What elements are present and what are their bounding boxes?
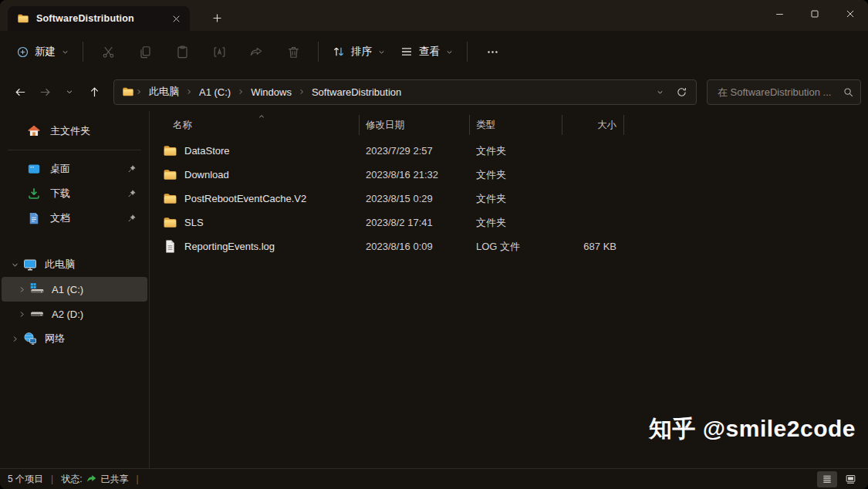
status-separator: |: [136, 474, 138, 484]
maximize-button[interactable]: [797, 0, 833, 28]
sort-icon: [332, 45, 346, 59]
chevron-down-icon: [445, 48, 454, 56]
file-row-reportingevents-log[interactable]: ReportingEvents.log 2023/8/16 0:09 LOG 文…: [150, 234, 868, 258]
close-button[interactable]: [833, 0, 868, 28]
recent-locations-button[interactable]: [58, 80, 81, 103]
drive-windows-icon: [30, 282, 44, 296]
back-button[interactable]: [8, 80, 32, 103]
forward-button[interactable]: [33, 80, 56, 103]
file-explorer-window: SoftwareDistribution 新建: [0, 0, 868, 489]
breadcrumb-this-pc[interactable]: 此电脑: [144, 83, 184, 101]
item-count: 5 个项目: [8, 473, 43, 486]
file-name: ReportingEvents.log: [184, 241, 275, 252]
sidebar-item-drive-d[interactable]: A2 (D:): [2, 302, 147, 326]
breadcrumb-softwaredistribution[interactable]: SoftwareDistribution: [306, 84, 407, 100]
paste-button[interactable]: [167, 39, 198, 65]
file-row-postrebooteventcache[interactable]: PostRebootEventCache.V2 2023/8/15 0:29 文…: [150, 187, 868, 211]
breadcrumb-chevron-icon[interactable]: [134, 88, 144, 96]
file-row-sls[interactable]: SLS 2023/8/2 17:41 文件夹: [150, 211, 868, 234]
chevron-collapsed-icon[interactable]: [15, 310, 28, 319]
column-header-type[interactable]: 类型: [470, 111, 562, 139]
column-header-name[interactable]: 名称: [150, 111, 360, 139]
view-button[interactable]: 查看: [393, 39, 461, 65]
sidebar-item-home[interactable]: 主文件夹: [2, 119, 147, 143]
window-controls: [762, 0, 868, 31]
sidebar-item-drive-c[interactable]: A1 (C:): [2, 277, 147, 302]
address-bar[interactable]: 此电脑 A1 (C:) Windows SoftwareDistribution: [113, 79, 697, 105]
new-tab-button[interactable]: [205, 6, 228, 29]
explorer-tab[interactable]: SoftwareDistribution: [8, 6, 190, 31]
new-button[interactable]: 新建: [9, 39, 76, 65]
this-pc-icon: [23, 258, 37, 271]
more-options-button[interactable]: [477, 39, 508, 65]
sidebar-item-network[interactable]: 网络: [2, 326, 147, 351]
breadcrumb-chevron-icon[interactable]: [297, 88, 306, 96]
search-icon[interactable]: [843, 86, 854, 98]
file-date: 2023/8/15 0:29: [360, 193, 470, 204]
chevron-collapsed-icon[interactable]: [8, 335, 21, 343]
search-box: [707, 79, 861, 105]
view-toggles: [817, 471, 860, 487]
address-dropdown-button[interactable]: [650, 82, 670, 102]
file-size: 687 KB: [562, 241, 624, 252]
shared-icon: [86, 474, 97, 484]
sidebar-spacer: [0, 231, 149, 252]
folder-icon: [163, 215, 177, 230]
column-header-date-modified[interactable]: 修改日期: [360, 111, 470, 139]
plus-circle-icon: [16, 46, 29, 59]
sidebar-item-desktop[interactable]: 桌面: [2, 157, 147, 181]
tab-close-button[interactable]: [167, 9, 185, 28]
file-name: DataStore: [184, 145, 230, 157]
log-file-icon: [163, 239, 177, 254]
network-icon: [23, 332, 37, 346]
main-area: 主文件夹 桌面 下载: [0, 111, 868, 468]
downloads-icon: [27, 187, 41, 201]
navigation-pane: 主文件夹 桌面 下载: [0, 111, 150, 468]
file-type: 文件夹: [470, 216, 562, 230]
file-name: Download: [184, 169, 229, 180]
cut-button[interactable]: [93, 39, 123, 65]
details-view-button[interactable]: [817, 471, 837, 487]
rename-button[interactable]: [204, 39, 235, 65]
breadcrumb-chevron-icon[interactable]: [184, 88, 194, 96]
breadcrumb-chevron-icon[interactable]: [236, 88, 245, 96]
file-row-download[interactable]: Download 2023/8/16 21:32 文件夹: [150, 163, 868, 187]
file-list-area: 名称 修改日期 类型 大小 DataStore 2023/7/29 2:57 文…: [150, 111, 868, 468]
sidebar-item-documents[interactable]: 文档: [2, 206, 147, 231]
file-name: SLS: [184, 217, 204, 228]
shared-status: 已共享: [100, 473, 128, 486]
search-input[interactable]: [716, 86, 843, 99]
sidebar-divider: [8, 150, 141, 150]
file-type: 文件夹: [470, 192, 562, 206]
minimize-button[interactable]: [762, 0, 797, 28]
copy-button[interactable]: [130, 39, 160, 65]
refresh-button[interactable]: [670, 82, 693, 102]
status-separator: |: [51, 474, 53, 484]
chevron-down-icon: [61, 48, 69, 56]
file-row-datastore[interactable]: DataStore 2023/7/29 2:57 文件夹: [150, 139, 868, 163]
pin-icon: [127, 189, 137, 199]
sidebar-item-this-pc[interactable]: 此电脑: [2, 252, 147, 277]
chevron-down-icon: [377, 48, 386, 56]
sidebar-item-downloads[interactable]: 下载: [2, 181, 147, 206]
file-type: LOG 文件: [470, 240, 562, 254]
up-button[interactable]: [83, 80, 106, 103]
toolbar-divider: [83, 42, 83, 62]
breadcrumb-drive-c[interactable]: A1 (C:): [194, 84, 236, 100]
column-headers: 名称 修改日期 类型 大小: [150, 111, 868, 139]
desktop-icon: [27, 162, 41, 176]
breadcrumb-windows[interactable]: Windows: [245, 84, 297, 100]
large-icons-view-button[interactable]: [840, 471, 860, 487]
folder-icon: [163, 167, 177, 182]
command-bar: 新建 排序: [0, 31, 868, 73]
share-button[interactable]: [241, 39, 272, 65]
chevron-collapsed-icon[interactable]: [15, 285, 28, 294]
delete-button[interactable]: [278, 39, 309, 65]
column-header-size[interactable]: 大小: [562, 111, 624, 139]
file-type: 文件夹: [470, 168, 562, 182]
sort-button[interactable]: 排序: [325, 39, 393, 65]
chevron-expanded-icon[interactable]: [8, 261, 21, 269]
status-label: 状态:: [61, 473, 82, 486]
titlebar: SoftwareDistribution: [0, 0, 868, 31]
toolbar-divider: [318, 42, 319, 62]
